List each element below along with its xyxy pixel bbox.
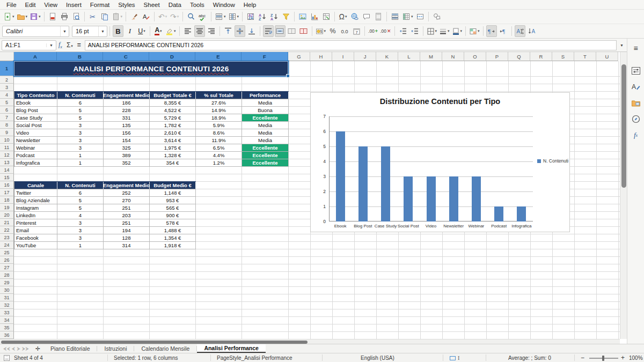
zoom-out-icon[interactable]: −	[581, 354, 584, 361]
selection-handle[interactable]	[286, 74, 290, 78]
table-cell[interactable]: 5	[57, 204, 104, 212]
table-cell[interactable]: 1,328 €	[150, 152, 196, 159]
row-header-11[interactable]: 11	[0, 144, 14, 151]
first-sheet-icon[interactable]: ⮜⮜	[3, 346, 10, 352]
menu-help[interactable]: Help	[239, 1, 261, 9]
table-header-cell[interactable]: Tipo Contenuto	[14, 92, 57, 99]
table-header-cell[interactable]: Budget Medio €	[150, 182, 196, 189]
row-header-5[interactable]: 5	[0, 99, 14, 106]
row-header-3[interactable]: 3	[0, 84, 14, 91]
row-header-20[interactable]: 20	[0, 211, 14, 219]
previous-sheet-icon[interactable]: ⮜	[12, 346, 15, 352]
spelling-icon[interactable]: abc	[197, 11, 208, 23]
table-cell[interactable]: LinkedIn	[14, 212, 57, 219]
print-icon[interactable]	[59, 11, 70, 23]
table-cell[interactable]: Eccellente	[242, 114, 289, 122]
percent-format-icon[interactable]: %	[327, 25, 338, 37]
column-header-G[interactable]: G	[288, 52, 310, 61]
row-header-26[interactable]: 26	[0, 256, 14, 264]
column-header-A[interactable]: A	[14, 52, 57, 61]
sheet-tab-analisi-performance[interactable]: Analisi Performance	[197, 344, 266, 353]
align-right-icon[interactable]	[206, 25, 217, 37]
table-cell[interactable]: 565 €	[150, 204, 196, 212]
table-cell[interactable]: 3	[57, 144, 104, 152]
row-header-23[interactable]: 23	[0, 234, 14, 241]
font-name-combo[interactable]: Calibri▼	[2, 26, 69, 37]
column-header-S[interactable]: S	[552, 52, 574, 61]
table-cell[interactable]: Podcast	[14, 152, 57, 159]
menu-edit[interactable]: Edit	[21, 1, 40, 9]
table-cell[interactable]: Media	[242, 99, 289, 107]
table-cell[interactable]: 3	[57, 227, 104, 234]
table-cell[interactable]: 578 €	[150, 219, 196, 227]
table-cell[interactable]: 314	[104, 242, 150, 249]
add-sheet-icon[interactable]: ✛	[32, 344, 43, 353]
name-box[interactable]: A1:F1▼	[2, 40, 56, 50]
align-center-icon[interactable]	[194, 25, 205, 37]
sheet-tab-piano-editoriale[interactable]: Piano Editoriale	[43, 344, 97, 353]
insert-column-icon[interactable]: ▾	[228, 11, 240, 23]
last-sheet-icon[interactable]: ⮞⮞	[22, 346, 29, 352]
row-header-22[interactable]: 22	[0, 226, 14, 234]
align-top-icon[interactable]	[223, 25, 233, 37]
redo-icon[interactable]: ↷▾	[169, 11, 180, 23]
row-header-30[interactable]: 30	[0, 286, 14, 294]
page-style[interactable]: PageStyle_Analisi Performance	[217, 355, 292, 361]
table-cell[interactable]: 135	[104, 122, 150, 129]
delete-decimal-icon[interactable]: .00✕	[379, 25, 391, 37]
draw-functions-icon[interactable]	[431, 11, 442, 23]
row-header-15[interactable]: 15	[0, 174, 14, 181]
clone-formatting-icon[interactable]	[129, 11, 140, 23]
print-preview-icon[interactable]	[71, 11, 82, 23]
table-cell[interactable]: 3	[57, 234, 104, 242]
row-header-17[interactable]: 17	[0, 189, 14, 196]
row-header-24[interactable]: 24	[0, 241, 14, 249]
table-cell[interactable]: 252	[104, 189, 150, 197]
add-decimal-icon[interactable]: .00+	[368, 25, 378, 37]
row-header-14[interactable]: 14	[0, 166, 14, 174]
table-cell[interactable]: 325	[104, 144, 150, 152]
table-cell[interactable]: 1,975 €	[150, 144, 196, 152]
table-cell[interactable]: Media	[242, 129, 289, 137]
table-cell[interactable]: 203	[104, 212, 150, 219]
table-cell[interactable]: 18.9%	[196, 114, 242, 122]
pivot-table-icon[interactable]	[321, 11, 332, 23]
table-header-cell[interactable]: Engagement Medio	[104, 182, 150, 189]
table-cell[interactable]: 8.6%	[196, 129, 242, 137]
column-header-M[interactable]: M	[420, 52, 442, 61]
table-cell[interactable]: 3	[57, 129, 104, 137]
date-format-icon[interactable]: 7	[351, 25, 362, 37]
table-cell[interactable]: 354 €	[150, 159, 196, 167]
table-cell[interactable]: 228	[104, 107, 150, 114]
row-header-27[interactable]: 27	[0, 264, 14, 271]
freeze-first-column-icon[interactable]: ▾	[401, 11, 414, 23]
row-header-13[interactable]: 13	[0, 159, 14, 166]
table-cell[interactable]: 2,610 €	[150, 129, 196, 137]
table-header-cell[interactable]: N. Contenuti	[57, 92, 104, 99]
navigator-icon[interactable]	[630, 113, 642, 125]
aggregate-status[interactable]: Average: ; Sum: 0	[508, 355, 551, 361]
table-cell[interactable]: Instagram	[14, 204, 57, 212]
row-header-4[interactable]: 4	[0, 91, 14, 99]
language-status[interactable]: English (USA)	[361, 355, 394, 361]
row-header-36[interactable]: 36	[0, 331, 14, 339]
vertical-scrollbar[interactable]	[620, 52, 627, 339]
table-cell[interactable]: Eccellente	[242, 159, 289, 167]
table-cell[interactable]: 194	[104, 227, 150, 234]
sidebar-menu-icon[interactable]: ≡	[630, 42, 642, 55]
table-cell[interactable]: 1,488 €	[150, 227, 196, 234]
table-cell[interactable]: 1	[57, 159, 104, 167]
table-cell[interactable]: 27.6%	[196, 99, 242, 107]
insert-image-icon[interactable]	[297, 11, 308, 23]
column-header-K[interactable]: K	[376, 52, 398, 61]
table-cell[interactable]: Blog Post	[14, 107, 57, 114]
row-header-25[interactable]: 25	[0, 249, 14, 256]
table-cell[interactable]: 186	[104, 99, 150, 107]
column-header-B[interactable]: B	[57, 52, 103, 61]
menu-format[interactable]: Format	[86, 1, 114, 9]
menu-tools[interactable]: Tools	[186, 1, 209, 9]
comment-icon[interactable]	[361, 11, 372, 23]
row-header-34[interactable]: 34	[0, 316, 14, 324]
column-header-L[interactable]: L	[398, 52, 420, 61]
table-cell[interactable]: 1,354 €	[150, 234, 196, 242]
